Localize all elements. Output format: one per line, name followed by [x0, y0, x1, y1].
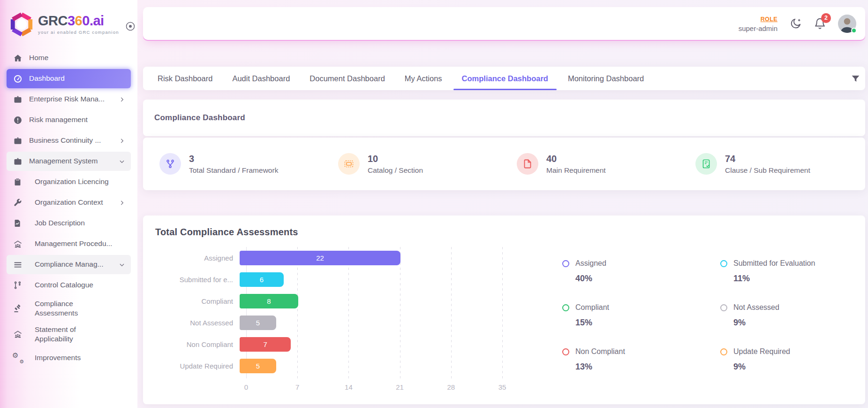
sidebar-item-control-catalogue[interactable]: Control Catalogue	[7, 276, 131, 295]
legend-percent: 15%	[575, 318, 720, 328]
user-avatar[interactable]	[838, 15, 856, 33]
sidebar-item-job-description[interactable]: Job Description	[7, 214, 131, 233]
stat-total-standard-framework: 3 Total Standard / Framework	[147, 153, 325, 175]
git-branch-icon	[13, 280, 23, 290]
legend-item-not-assessed[interactable]: Not Assessed 9%	[720, 303, 815, 328]
legend-item-compliant[interactable]: Compliant 15%	[562, 303, 720, 328]
legend-ring-icon	[562, 348, 569, 355]
legend-ring-icon	[720, 260, 727, 267]
alert-circle-icon	[13, 115, 23, 125]
sidebar-item-organization-licencing[interactable]: Organization Licencing	[7, 172, 131, 192]
bar-row-update-required: Update Required 5	[154, 355, 502, 377]
sidebar-collapse-toggle[interactable]	[124, 21, 136, 33]
bar-value: 8	[267, 297, 271, 305]
section-icon	[338, 153, 360, 175]
bar-row-submitted: Submitted for e... 6	[154, 269, 502, 290]
bar-submitted: 6	[240, 272, 284, 287]
bar-value: 6	[260, 276, 264, 284]
category-label: Compliant	[154, 297, 240, 305]
category-label: Update Required	[154, 362, 240, 370]
legend-item-non-compliant[interactable]: Non Compliant 13%	[562, 347, 720, 372]
sidebar-item-risk-management[interactable]: Risk management	[7, 110, 131, 130]
wrench-icon	[13, 198, 23, 208]
sidebar-item-management-procedures[interactable]: Management Procedu...	[7, 234, 131, 254]
bar-value: 5	[256, 319, 260, 327]
bar-non-compliant: 7	[240, 337, 291, 352]
sidebar-item-compliance-management[interactable]: Compliance Manag...	[7, 255, 131, 274]
sidebar-item-improvements[interactable]: ⚙⚙ Improvements	[7, 348, 131, 368]
sidebar-item-organization-context[interactable]: Organization Context	[7, 193, 131, 212]
stat-catalog-section: 10 Catalog / Section	[325, 153, 504, 175]
circle-dot-icon	[125, 21, 136, 32]
stat-value: 3	[189, 154, 278, 164]
file-chart-icon	[13, 218, 23, 228]
gauge-icon	[13, 74, 23, 84]
sidebar-item-enterprise-risk[interactable]: Enterprise Risk Mana...	[7, 90, 131, 109]
logo-wordmark: GRC360.ai	[38, 14, 119, 28]
people-roof-icon	[13, 239, 23, 249]
sidebar-item-statement-of-applicability[interactable]: Statement of Applicability	[7, 322, 131, 346]
role-block: ROLE super-admin	[739, 14, 777, 33]
role-link[interactable]: ROLE	[761, 16, 777, 23]
notification-badge: 2	[821, 13, 831, 23]
legend-ring-icon	[720, 304, 727, 311]
legend-ring-icon	[562, 304, 569, 311]
filter-button[interactable]	[851, 74, 860, 84]
chart-legend: Assigned 40% Submitted for Evaluation 11…	[562, 259, 815, 394]
bar-row-non-compliant: Non Compliant 7	[154, 333, 502, 355]
chevron-down-icon	[119, 262, 125, 268]
legend-item-assigned[interactable]: Assigned 40%	[562, 259, 720, 284]
dashboard-tabs: Risk Dashboard Audit Dashboard Document …	[143, 67, 865, 90]
tab-my-actions[interactable]: My Actions	[395, 67, 452, 90]
x-tick: 21	[396, 383, 404, 391]
gavel-icon	[13, 304, 23, 314]
sidebar-item-business-continuity[interactable]: Business Continuity ...	[7, 131, 131, 150]
chevron-right-icon	[119, 138, 125, 144]
stat-value: 10	[368, 154, 423, 164]
bar-not-assessed: 5	[240, 316, 276, 330]
tab-audit-dashboard[interactable]: Audit Dashboard	[222, 67, 300, 90]
sidebar-item-home[interactable]: Home	[7, 48, 131, 68]
dark-mode-toggle[interactable]	[789, 17, 802, 30]
tab-document-dashboard[interactable]: Document Dashboard	[300, 67, 395, 90]
stats-row: 3 Total Standard / Framework 10 Catalog …	[143, 138, 865, 190]
sidebar-item-compliance-assessments[interactable]: Compliance Assessments	[7, 296, 131, 321]
category-label: Submitted for e...	[154, 276, 240, 284]
tab-risk-dashboard[interactable]: Risk Dashboard	[148, 67, 222, 90]
notifications-button[interactable]: 2	[814, 17, 826, 30]
stat-label: Main Requirement	[546, 166, 606, 175]
briefcase-icon	[13, 94, 23, 104]
stat-label: Clause / Sub Requirement	[725, 166, 810, 175]
bar-assigned: 22	[240, 251, 400, 265]
people-roof-icon	[13, 330, 23, 339]
tab-monitoring-dashboard[interactable]: Monitoring Dashboard	[558, 67, 654, 90]
app-root: GRC360.ai your ai enabled GRC companion …	[0, 0, 868, 408]
bar-row-compliant: Compliant 8	[154, 290, 502, 312]
sidebar-nav: Home Dashboard Enterprise Risk Mana... R…	[0, 41, 137, 368]
role-value: super-admin	[739, 24, 777, 33]
x-tick: 35	[498, 383, 506, 391]
legend-ring-icon	[720, 348, 727, 355]
stat-label: Total Standard / Framework	[189, 166, 278, 175]
hierarchy-icon	[159, 153, 181, 175]
category-label: Not Assessed	[154, 319, 240, 327]
legend-ring-icon	[562, 260, 569, 267]
bar-value: 22	[316, 254, 324, 262]
sidebar: GRC360.ai your ai enabled GRC companion …	[0, 0, 137, 408]
bar-compliant: 8	[240, 294, 298, 308]
legend-item-update-required[interactable]: Update Required 9%	[720, 347, 815, 372]
gears-icon: ⚙⚙	[13, 353, 23, 363]
legend-percent: 9%	[733, 362, 815, 372]
compliance-assessments-card: Total Compliance Assessments Assigned 22	[143, 216, 865, 404]
bar-value: 7	[263, 340, 267, 348]
bar-update-required: 5	[240, 359, 276, 373]
legend-item-submitted[interactable]: Submitted for Evaluation 11%	[720, 259, 815, 284]
tab-compliance-dashboard[interactable]: Compliance Dashboard	[452, 67, 558, 90]
sidebar-item-dashboard[interactable]: Dashboard	[7, 69, 131, 88]
stat-clause-sub-requirement: 74 Clause / Sub Requirement	[683, 153, 861, 175]
sidebar-item-management-system[interactable]: Management System	[7, 152, 131, 171]
bar-chart: Assigned 22 Submitted for e... 6 Complia…	[154, 247, 502, 394]
legend-percent: 9%	[733, 318, 815, 328]
briefcase-icon	[13, 136, 23, 146]
page-title-card: Compliance Dashboard	[143, 100, 865, 136]
